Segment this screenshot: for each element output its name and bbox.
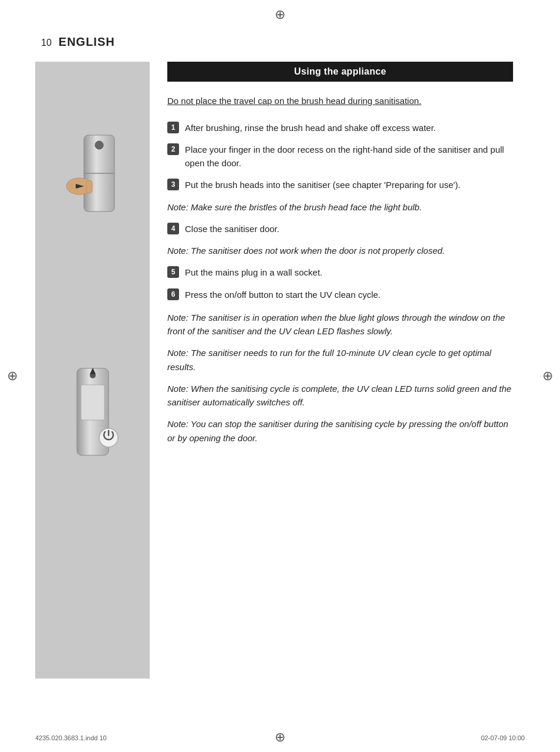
device-image-2 (55, 367, 131, 461)
note-5: Note: When the sanitising cycle is compl… (167, 382, 513, 409)
step-3-number: 3 (167, 179, 179, 190)
step-4-number: 4 (167, 223, 179, 234)
svg-point-1 (95, 141, 103, 149)
step-3: 3 Put the brush heads into the sanitiser… (167, 178, 513, 192)
page-number: 10 (41, 38, 52, 48)
note-1: Note: Make sure the bristles of the brus… (167, 200, 513, 214)
step-1-number: 1 (167, 122, 179, 133)
step-6-number: 6 (167, 288, 179, 300)
note-4: Note: The sanitiser needs to run for the… (167, 346, 513, 374)
step-2-text: Place your finger in the door recess on … (185, 143, 513, 170)
sidebar (35, 62, 150, 679)
svg-rect-4 (86, 180, 92, 193)
step-4-text: Close the sanitiser door. (185, 222, 513, 236)
page-footer: 4235.020.3683.1.indd 10 02-07-09 10:00 (35, 734, 525, 741)
step-5: 5 Put the mains plug in a wall socket. (167, 266, 513, 279)
reg-mark-right: ⊕ (542, 368, 553, 384)
note-2: Note: The sanitiser does not work when t… (167, 244, 513, 257)
warning-text: Do not place the travel cap on the brush… (167, 95, 513, 108)
step-6-text: Press the on/off button to start the UV … (185, 288, 513, 301)
note-3: Note: The sanitiser is in operation when… (167, 311, 513, 338)
device-svg-1 (55, 132, 131, 226)
section-header: Using the appliance (167, 62, 513, 82)
page-header: 10 ENGLISH (35, 35, 525, 49)
reg-mark-top: ⊕ (275, 7, 285, 22)
main-content: Using the appliance Do not place the tra… (35, 62, 525, 679)
step-2: 2 Place your finger in the door recess o… (167, 143, 513, 170)
page-language: ENGLISH (59, 35, 115, 49)
footer-left: 4235.020.3683.1.indd 10 (35, 734, 107, 741)
step-3-text: Put the brush heads into the sanitiser (… (185, 178, 513, 192)
footer-right: 02-07-09 10:00 (481, 734, 525, 741)
note-6: Note: You can stop the sanitiser during … (167, 417, 513, 445)
page: ⊕ ⊕ ⊕ ⊕ 10 ENGLISH (0, 0, 560, 752)
step-5-number: 5 (167, 266, 179, 278)
device-image-1 (55, 132, 131, 226)
step-5-text: Put the mains plug in a wall socket. (185, 266, 513, 279)
step-1-text: After brushing, rinse the brush head and… (185, 121, 513, 135)
device-svg-2 (55, 367, 131, 461)
steps-container: 1 After brushing, rinse the brush head a… (167, 121, 513, 200)
step-6: 6 Press the on/off button to start the U… (167, 288, 513, 301)
reg-mark-left: ⊕ (7, 368, 18, 384)
step-1: 1 After brushing, rinse the brush head a… (167, 121, 513, 135)
content-area: Using the appliance Do not place the tra… (150, 62, 525, 679)
step-4: 4 Close the sanitiser door. (167, 222, 513, 236)
step-2-number: 2 (167, 143, 179, 155)
svg-rect-9 (81, 385, 104, 420)
